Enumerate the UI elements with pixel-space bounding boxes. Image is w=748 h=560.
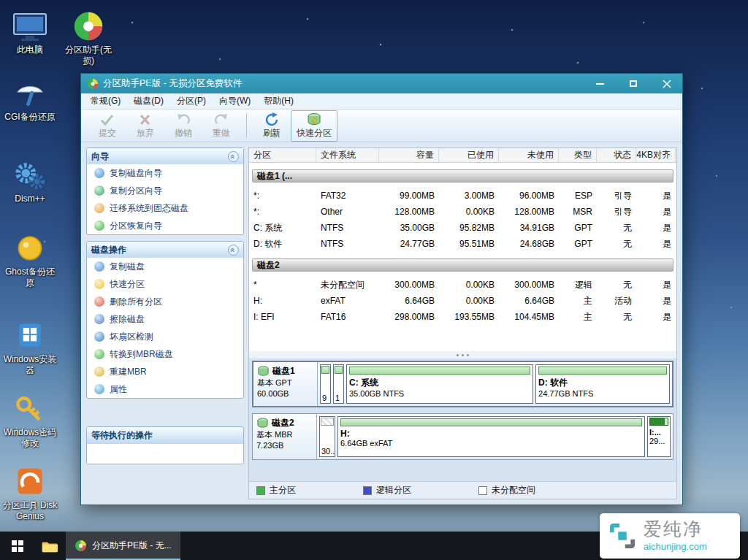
desktop-icon-ghost-backup[interactable]: Ghost备份还原 (1, 228, 58, 288)
minimize-button[interactable] (590, 77, 609, 91)
wizard-panel-header[interactable]: 向导 « (87, 148, 243, 164)
commit-button[interactable]: 提交 (88, 112, 126, 139)
partition-msr[interactable]: 1 (333, 364, 344, 404)
sidebar-item-partition-recovery[interactable]: 分区恢复向导 (87, 217, 243, 234)
sidebar-item-copy-partition-wizard[interactable]: 复制分区向导 (87, 182, 243, 199)
menu-help[interactable]: 帮助(H) (257, 93, 300, 110)
cell-partition: *: (249, 207, 316, 217)
refresh-icon (264, 112, 280, 127)
partition-d[interactable]: D: 软件 24.77GB NTFS (535, 364, 670, 404)
desktop-icon-this-pc[interactable]: 此电脑 (1, 6, 58, 55)
collapse-chevron-icon[interactable]: « (228, 151, 239, 162)
disk1-info[interactable]: 磁盘1 基本 GPT 60.00GB (253, 362, 318, 406)
desktop-icon-windows-installer[interactable]: Windows安装器 (1, 315, 58, 376)
unallocated-swatch (478, 486, 487, 495)
maximize-button[interactable] (624, 77, 643, 91)
table-row[interactable]: * 未分配空间 300.00MB 0.00KB 300.00MB 逻辑 无 是 (249, 277, 676, 293)
rebuild-mbr-icon (94, 367, 104, 377)
sidebar-item-bad-sector-check[interactable]: 坏扇区检测 (87, 328, 243, 345)
collapse-chevron-icon[interactable]: « (228, 245, 239, 256)
cell-aligned: 是 (636, 206, 676, 218)
col-partition[interactable]: 分区 (249, 148, 316, 162)
cell-type: 主 (559, 295, 597, 307)
desktop-icon-dism[interactable]: Dism++ (1, 155, 58, 204)
sidebar-item-wipe-disk[interactable]: 擦除磁盘 (87, 310, 243, 328)
cell-aligned: 是 (636, 238, 676, 250)
table-row[interactable]: H: exFAT 6.64GB 0.00KB 6.64GB 主 活动 是 (249, 293, 676, 309)
cell-filesystem: NTFS (316, 223, 379, 233)
sidebar-item-rebuild-mbr[interactable]: 重建MBR (87, 363, 243, 380)
sidebar-item-migrate-os[interactable]: 迁移系统到固态磁盘 (87, 199, 243, 217)
cell-filesystem: Other (316, 207, 379, 217)
cell-filesystem: FAT32 (316, 191, 379, 201)
menu-disk[interactable]: 磁盘(D) (127, 93, 170, 110)
disk1-group-header[interactable]: 磁盘1 (... (252, 169, 673, 183)
menu-partition[interactable]: 分区(P) (170, 93, 213, 110)
brand-name: 爱纯净 (644, 520, 707, 538)
quick-partition-button[interactable]: 快速分区 (291, 110, 337, 142)
window-body: 向导 « 复制磁盘向导 复制分区向导 迁移系统到固态磁盘 分区恢复向 (82, 143, 682, 504)
partition-h[interactable]: H: 6.64GB exFAT (337, 416, 645, 457)
table-row[interactable]: *: FAT32 99.00MB 3.00MB 96.00MB ESP 引导 是 (249, 188, 676, 204)
sidebar-item-properties[interactable]: 属性 (87, 380, 243, 398)
refresh-button[interactable]: 刷新 (253, 112, 291, 139)
table-row[interactable]: C: 系统 NTFS 35.00GB 95.82MB 34.91GB GPT 无… (249, 220, 676, 236)
desktop-icon-password-reset[interactable]: Windows密码修改 (1, 388, 58, 449)
cell-used: 0.00KB (439, 296, 499, 306)
start-button[interactable] (0, 532, 34, 560)
disk2-group-header[interactable]: 磁盘2 (252, 258, 673, 272)
col-type[interactable]: 类型 (559, 148, 597, 162)
table-row[interactable]: I: EFI FAT16 298.00MB 193.55MB 104.45MB … (249, 309, 676, 325)
cell-aligned: 是 (636, 279, 676, 291)
close-button[interactable] (657, 77, 676, 91)
folder-icon (42, 540, 58, 553)
col-used[interactable]: 已使用 (439, 148, 499, 162)
col-unused[interactable]: 未使用 (499, 148, 559, 162)
undo-button[interactable]: 撤销 (164, 112, 202, 139)
table-row[interactable]: D: 软件 NTFS 24.77GB 95.51MB 24.68GB GPT 无… (249, 236, 676, 252)
pending-operations-list[interactable] (87, 443, 243, 464)
sidebar-item-copy-disk[interactable]: 复制磁盘 (87, 258, 243, 275)
partition-esp[interactable]: 9 (320, 364, 331, 404)
desktop-icon-cgi-backup[interactable]: CGI备份还原 (1, 73, 58, 123)
disk-ops-panel: 磁盘操作 « 复制磁盘 快速分区 删除所有分区 擦除磁盘 (86, 241, 244, 399)
col-4kb-aligned[interactable]: 4KB对齐 (636, 148, 676, 162)
pane-splitter[interactable] (249, 351, 676, 358)
partition-recovery-icon (94, 220, 104, 231)
sidebar-item-convert-to-mbr[interactable]: 转换到MBR磁盘 (87, 345, 243, 363)
convert-mbr-icon (94, 349, 104, 359)
redo-button[interactable]: 重做 (202, 112, 240, 139)
cell-partition: H: (249, 296, 316, 306)
taskbar-app-partition-assistant[interactable]: 分区助手PE版 - 无... (66, 532, 180, 560)
cell-partition: I: EFI (249, 312, 316, 322)
cell-used: 3.00MB (439, 191, 499, 201)
partition-i[interactable]: I:... 29... (647, 416, 671, 457)
disk2-partitions: 30... H: 6.64GB exFAT I:... 29... (317, 414, 673, 459)
sidebar-item-quick-partition[interactable]: 快速分区 (87, 275, 243, 293)
usage-bar (321, 366, 329, 374)
usage-bar (538, 367, 667, 375)
disk2-info[interactable]: 磁盘2 基本 MBR 7.23GB (253, 414, 317, 459)
discard-button[interactable]: 放弃 (126, 112, 164, 139)
menu-general[interactable]: 常规(G) (84, 93, 127, 110)
quick-partition-icon (94, 279, 104, 289)
pending-operations-header[interactable]: 等待执行的操作 (87, 427, 243, 443)
col-capacity[interactable]: 容量 (379, 148, 439, 162)
desktop-icon-partition-assistant[interactable]: 分区助手(无损) (60, 6, 117, 66)
col-filesystem[interactable]: 文件系统 (316, 148, 379, 162)
partition-unallocated[interactable]: 30... (319, 416, 335, 457)
titlebar[interactable]: 分区助手PE版 - 无损分区免费软件 (81, 74, 682, 93)
cell-aligned: 是 (636, 190, 676, 202)
legend-unallocated: 未分配空间 (478, 484, 535, 496)
menu-wizard[interactable]: 向导(W) (213, 93, 257, 110)
sidebar-item-copy-disk-wizard[interactable]: 复制磁盘向导 (87, 164, 243, 182)
table-row[interactable]: *: Other 128.00MB 0.00KB 128.00MB MSR 引导… (249, 204, 676, 220)
desktop-icon-diskgenius[interactable]: 分区工具 DiskGenius (1, 461, 58, 522)
col-status[interactable]: 状态 (597, 148, 636, 162)
sidebar-item-delete-all-partitions[interactable]: 删除所有分区 (87, 293, 243, 310)
file-explorer-button[interactable] (34, 532, 64, 560)
disk-ops-panel-header[interactable]: 磁盘操作 « (87, 242, 243, 258)
partition-c[interactable]: C: 系统 35.00GB NTFS (346, 364, 533, 404)
cell-unused: 300.00MB (499, 280, 559, 290)
cell-status: 无 (597, 311, 636, 323)
